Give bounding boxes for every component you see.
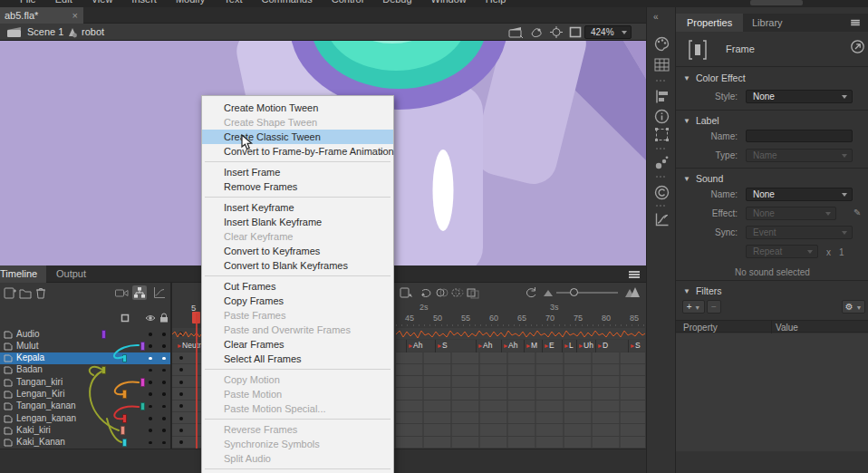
cc-libraries-icon[interactable]	[654, 185, 670, 200]
context-menu-item[interactable]: Split Audio	[202, 451, 393, 466]
context-menu-item[interactable]: Remove Frames	[202, 179, 393, 194]
layer-row[interactable]: Mulut	[0, 340, 170, 352]
collapse-dock-icon[interactable]: «	[653, 12, 659, 22]
edit-multiple-frames-icon[interactable]	[466, 285, 480, 300]
document-tab[interactable]: ab5.fla* ×	[0, 7, 83, 24]
info-icon[interactable]	[654, 109, 670, 124]
context-menu-item[interactable]	[202, 194, 393, 200]
layer-visibility-dot[interactable]	[149, 369, 152, 372]
context-menu-item[interactable]: Insert Keyframe	[202, 200, 393, 215]
tab-library[interactable]: Library	[741, 14, 794, 32]
context-menu-item[interactable]	[202, 416, 393, 422]
layer-lock-dot[interactable]	[162, 417, 166, 420]
audio-frame-row[interactable]	[396, 328, 645, 340]
breadcrumb-scene[interactable]: Scene 1	[27, 26, 63, 37]
timeline-zoom-slider-track[interactable]	[556, 292, 618, 294]
frame-row[interactable]	[396, 376, 645, 388]
context-menu-item[interactable]	[202, 366, 393, 372]
frame-grid[interactable]: ▸Ah ▸S ▸Ah ▸Ah ▸M	[396, 328, 645, 449]
layer-row[interactable]: Kaki_kiri	[0, 424, 170, 436]
close-tab-icon[interactable]: ×	[72, 7, 78, 24]
context-menu-item[interactable]: Convert to Frame-by-Frame Animation	[202, 144, 393, 159]
context-menu-item[interactable]: Create Classic Tween	[202, 130, 393, 144]
layer-visibility-dot[interactable]	[149, 417, 152, 420]
section-sound[interactable]: ▼Sound	[683, 173, 723, 184]
layer-row[interactable]: Tangan_kanan	[0, 401, 170, 412]
layer-lock-dot[interactable]	[162, 405, 166, 409]
context-menu-item[interactable]	[202, 273, 393, 279]
tab-output[interactable]: Output	[47, 265, 95, 283]
context-menu-item[interactable]	[202, 159, 393, 165]
transform-icon[interactable]	[654, 127, 670, 142]
layer-color-swatch[interactable]	[101, 366, 106, 375]
layer-lock-dot[interactable]	[162, 357, 166, 361]
new-layer-icon[interactable]	[3, 285, 17, 300]
lip-sync-keyframe[interactable]: ▸Uh	[576, 340, 593, 352]
layer-color-swatch[interactable]	[101, 330, 106, 339]
align-icon[interactable]	[654, 89, 670, 104]
loop-frames-icon[interactable]	[420, 285, 434, 300]
context-menu-item[interactable]: Create Motion Tween	[202, 101, 393, 115]
layer-lock-dot[interactable]	[162, 429, 166, 432]
insert-frame-icon[interactable]	[399, 285, 413, 300]
onion-skin-outline-icon[interactable]	[450, 285, 465, 300]
layer-visibility-dot[interactable]	[149, 357, 152, 361]
layer-lock-dot[interactable]	[162, 441, 166, 445]
menu-bar-item[interactable]: Commands	[261, 0, 312, 5]
center-frame-icon[interactable]	[549, 26, 564, 38]
menu-bar-item[interactable]: File	[20, 0, 36, 5]
context-menu-item[interactable]: Insert Frame	[202, 165, 393, 179]
swatches-icon[interactable]	[654, 57, 670, 72]
layer-lock-dot[interactable]	[162, 333, 166, 336]
layer-lock-dot[interactable]	[162, 392, 166, 396]
layer-row[interactable]: Kaki_Kanan	[0, 437, 170, 449]
clip-content-icon[interactable]	[568, 26, 583, 38]
layer-visibility-dot[interactable]	[149, 441, 152, 445]
context-menu-item[interactable]: Select All Frames	[202, 352, 393, 366]
layer-color-swatch[interactable]	[122, 439, 127, 448]
sound-name-dropdown[interactable]: None	[746, 188, 853, 201]
context-menu-item[interactable]: Cut Frames	[202, 279, 393, 294]
layer-row[interactable]: Lengan_kanan	[0, 412, 170, 424]
context-menu-item[interactable]: Paste Motion Special...	[202, 401, 393, 416]
layer-visibility-dot[interactable]	[149, 392, 152, 396]
edit-sound-envelope-icon[interactable]: ✎	[854, 208, 861, 217]
layer-row[interactable]: Badan	[0, 364, 170, 376]
context-menu-item[interactable]: Copy Motion	[202, 372, 393, 387]
frame-row[interactable]	[396, 352, 645, 364]
menu-bar-item[interactable]: Edit	[55, 0, 72, 5]
onion-skin-icon[interactable]	[435, 285, 449, 300]
tab-properties[interactable]: Properties	[676, 14, 743, 32]
breadcrumb-symbol[interactable]: robot	[82, 26, 104, 37]
layer-color-swatch[interactable]	[140, 342, 145, 351]
stage-zoom-dropdown[interactable]: 424%	[584, 25, 632, 39]
layer-parenting-icon[interactable]	[133, 286, 148, 301]
lip-sync-keyframe[interactable]: ▸Ah	[501, 340, 517, 352]
menu-bar-item[interactable]: Text	[224, 0, 242, 5]
frame-row[interactable]	[396, 401, 645, 412]
context-menu-item[interactable]: Insert Blank Keyframe	[202, 215, 393, 229]
layer-color-swatch[interactable]	[140, 378, 145, 387]
timeline-panel-menu-icon[interactable]	[629, 271, 640, 278]
section-filters[interactable]: ▼Filters	[683, 285, 722, 296]
context-menu-item[interactable]: Synchronize Symbols	[202, 437, 393, 451]
tab-timeline[interactable]: Timeline	[0, 265, 46, 283]
context-menu-item[interactable]: Clear Keyframe	[202, 229, 393, 244]
mulut-frame-row[interactable]: ▸Ah ▸S ▸Ah ▸Ah ▸M	[396, 340, 645, 352]
fast-preview-icon[interactable]	[529, 26, 544, 38]
context-menu-item[interactable]	[202, 466, 393, 472]
menu-bar-item[interactable]: Insert	[131, 0, 157, 5]
layer-lock-dot[interactable]	[162, 344, 166, 348]
frame-row[interactable]	[396, 424, 645, 436]
frame-row[interactable]	[396, 412, 645, 424]
layer-visibility-dot[interactable]	[149, 381, 152, 384]
lip-sync-keyframe[interactable]: ▸L	[562, 340, 574, 352]
lock-column-icon[interactable]	[159, 313, 169, 323]
layer-row[interactable]: Tangan_kiri	[0, 376, 170, 388]
context-menu-item[interactable]: Reverse Frames	[202, 422, 393, 437]
context-menu-item[interactable]: Paste and Overwrite Frames	[202, 323, 393, 337]
menu-bar-item[interactable]: Modify	[176, 0, 205, 5]
layer-color-swatch[interactable]	[122, 390, 127, 399]
frame-row[interactable]	[396, 437, 645, 449]
layer-row[interactable]: Audio	[0, 328, 170, 340]
